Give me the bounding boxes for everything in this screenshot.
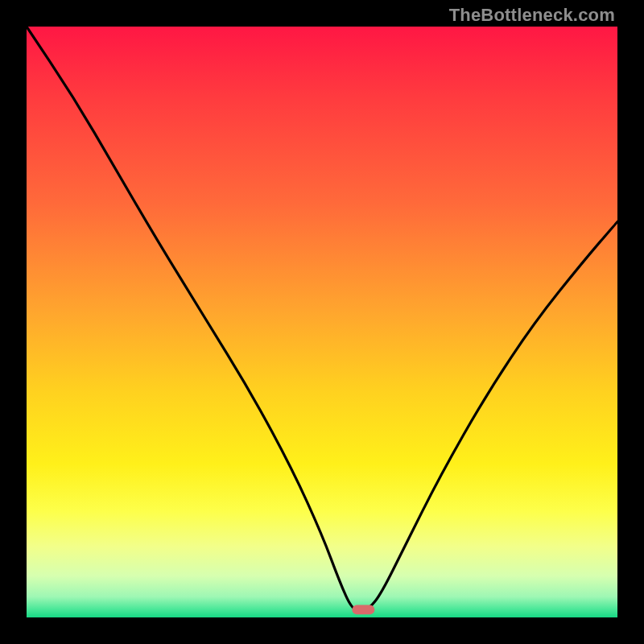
optimum-marker xyxy=(352,605,374,615)
gradient-background xyxy=(27,27,617,617)
watermark-text: TheBottleneck.com xyxy=(449,5,615,26)
plot-area xyxy=(27,27,617,617)
chart-frame: TheBottleneck.com xyxy=(0,0,644,644)
bottleneck-chart xyxy=(27,27,617,617)
